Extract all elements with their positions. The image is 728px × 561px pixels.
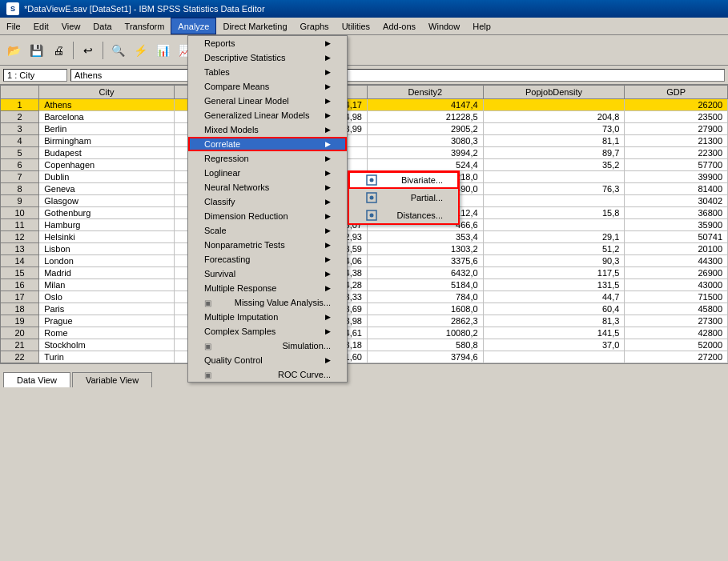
analyze-item-mixed-models[interactable]: Mixed Models ▶ (188, 122, 347, 137)
correlate-submenu-distances[interactable]: Distances... (348, 206, 459, 224)
table-cell[interactable]: 26200 (625, 99, 728, 111)
table-cell[interactable]: Madrid (39, 267, 175, 279)
table-cell[interactable]: 2905,2 (367, 123, 483, 135)
menu-help[interactable]: Help (466, 18, 497, 34)
table-cell[interactable]: 39900 (625, 171, 728, 183)
table-cell[interactable]: Prague (39, 315, 175, 327)
table-cell[interactable]: 89,7 (483, 147, 625, 159)
analyze-item-compare-means[interactable]: Compare Means ▶ (188, 79, 347, 94)
menu-add-ons[interactable]: Add-ons (376, 18, 422, 34)
table-cell[interactable]: Birmingham (39, 135, 175, 147)
table-cell[interactable]: 30402 (625, 195, 728, 207)
analyze-item-descriptive-statistics[interactable]: Descriptive Statistics ▶ (188, 50, 347, 65)
table-cell[interactable]: 42800 (625, 327, 728, 339)
table-cell[interactable]: 27900 (625, 123, 728, 135)
table-cell[interactable]: 10080,2 (367, 327, 483, 339)
table-cell[interactable]: 76,3 (483, 183, 625, 195)
table-cell[interactable]: Dublin (39, 171, 175, 183)
col-header-city[interactable]: City (39, 86, 175, 99)
analyze-item-nonparametric-tests[interactable]: Nonparametric Tests ▶ (188, 238, 347, 252)
analyze-item-tables[interactable]: Tables ▶ (188, 65, 347, 79)
analyze-item-multiple-imputation[interactable]: Multiple Imputation ▶ (188, 310, 347, 324)
analyze-item-neural-networks[interactable]: Neural Networks ▶ (188, 180, 347, 194)
table-cell[interactable]: 35900 (625, 219, 728, 231)
table-cell[interactable] (483, 351, 625, 363)
menu-direct-marketing[interactable]: Direct Marketing (216, 18, 293, 34)
table-cell[interactable] (483, 195, 625, 207)
analyze-item-scale[interactable]: Scale ▶ (188, 223, 347, 238)
analyze-item-missing-value-analysis[interactable]: ▣ Missing Value Analysis... (188, 295, 347, 310)
table-cell[interactable]: Barcelona (39, 111, 175, 123)
menu-view[interactable]: View (55, 18, 87, 34)
col-header-gdp[interactable]: GDP (625, 86, 728, 99)
table-cell[interactable]: Milan (39, 279, 175, 291)
table-cell[interactable]: Athens (39, 99, 175, 111)
table-cell[interactable]: 2862,3 (367, 315, 483, 327)
table-cell[interactable]: Hamburg (39, 219, 175, 231)
table-cell[interactable]: 27200 (625, 351, 728, 363)
menu-analyze[interactable]: Analyze (171, 18, 216, 34)
table-cell[interactable]: Copenhagen (39, 159, 175, 171)
table-cell[interactable]: 57700 (625, 159, 728, 171)
analyze-item-dimension-reduction[interactable]: Dimension Reduction ▶ (188, 209, 347, 223)
table-cell[interactable]: 4147,4 (367, 99, 483, 111)
table-cell[interactable]: Rome (39, 327, 175, 339)
analyze-item-loglinear[interactable]: Loglinear ▶ (188, 166, 347, 180)
table-cell[interactable]: 35,2 (483, 159, 625, 171)
table-cell[interactable]: 117,5 (483, 267, 625, 279)
table-cell[interactable]: 141,5 (483, 327, 625, 339)
table-cell[interactable]: 90,3 (483, 255, 625, 267)
correlate-submenu-partial[interactable]: Partial... (348, 189, 459, 206)
menu-data[interactable]: Data (86, 18, 118, 34)
menu-graphs[interactable]: Graphs (294, 18, 336, 34)
menu-window[interactable]: Window (422, 18, 466, 34)
analyze-item-regression[interactable]: Regression ▶ (188, 151, 347, 166)
table-cell[interactable]: 51,2 (483, 243, 625, 255)
table-cell[interactable]: 524,4 (367, 159, 483, 171)
analyze-item-reports[interactable]: Reports ▶ (188, 36, 347, 50)
table-cell[interactable] (483, 99, 625, 111)
table-cell[interactable]: 21228,5 (367, 111, 483, 123)
table-cell[interactable]: 60,4 (483, 303, 625, 315)
table-cell[interactable]: 1608,0 (367, 303, 483, 315)
open-button[interactable]: 📂 (3, 40, 24, 61)
table-cell[interactable]: 784,0 (367, 291, 483, 303)
table-cell[interactable]: 131,5 (483, 279, 625, 291)
table-cell[interactable]: Glasgow (39, 195, 175, 207)
insert-variable-button[interactable]: 📊 (152, 40, 173, 61)
analyze-item-general-linear-model[interactable]: General Linear Model ▶ (188, 94, 347, 108)
table-cell[interactable]: 3080,3 (367, 135, 483, 147)
table-cell[interactable]: 353,4 (367, 231, 483, 243)
cell-value[interactable] (70, 69, 725, 82)
analyze-item-forecasting[interactable]: Forecasting ▶ (188, 252, 347, 266)
analyze-item-roc-curve[interactable]: ▣ ROC Curve... (188, 367, 347, 382)
table-cell[interactable]: 204,8 (483, 111, 625, 123)
table-cell[interactable]: 3994,2 (367, 147, 483, 159)
insert-cases-button[interactable]: ⚡ (130, 40, 151, 61)
menu-transform[interactable]: Transform (119, 18, 171, 34)
col-header-density2[interactable]: Density2 (367, 86, 483, 99)
table-cell[interactable]: 23500 (625, 111, 728, 123)
table-cell[interactable]: 71500 (625, 291, 728, 303)
table-cell[interactable]: Stockholm (39, 339, 175, 351)
save-button[interactable]: 💾 (26, 40, 46, 61)
table-cell[interactable]: Gothenburg (39, 207, 175, 219)
cell-reference[interactable] (3, 69, 67, 82)
table-cell[interactable] (483, 171, 625, 183)
analyze-item-multiple-response[interactable]: Multiple Response ▶ (188, 281, 347, 295)
table-cell[interactable]: 44,7 (483, 291, 625, 303)
table-cell[interactable]: 22300 (625, 147, 728, 159)
table-cell[interactable]: 81400 (625, 183, 728, 195)
table-cell[interactable]: 1303,2 (367, 243, 483, 255)
table-cell[interactable]: 5184,0 (367, 279, 483, 291)
table-cell[interactable]: 21300 (625, 135, 728, 147)
table-cell[interactable]: Paris (39, 303, 175, 315)
table-cell[interactable]: 27300 (625, 315, 728, 327)
menu-utilities[interactable]: Utilities (336, 18, 376, 34)
analyze-item-simulation[interactable]: ▣ Simulation... (188, 339, 347, 353)
analyze-item-classify[interactable]: Classify ▶ (188, 194, 347, 209)
menu-file[interactable]: File (0, 18, 27, 34)
table-cell[interactable]: 580,8 (367, 339, 483, 351)
table-cell[interactable]: Berlin (39, 123, 175, 135)
table-cell[interactable]: 15,8 (483, 207, 625, 219)
